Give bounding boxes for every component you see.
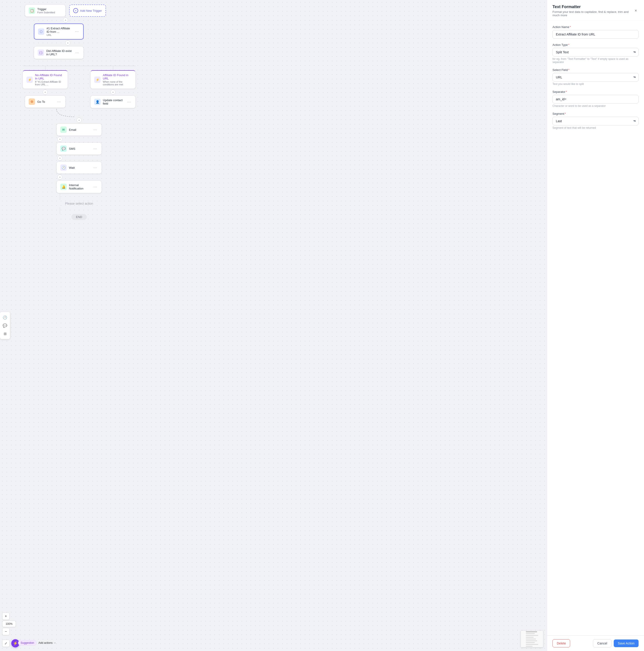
panel-footer: Delete Cancel Save Action: [547, 636, 644, 651]
add-step-btn-left[interactable]: +: [43, 90, 48, 95]
end-node: END: [71, 214, 87, 220]
top-trigger-row: 📋 Trigger Form Submitted + Add New Trigg…: [25, 4, 147, 17]
goto-menu-icon[interactable]: ⋯: [56, 100, 62, 104]
connector-2: +: [57, 39, 79, 46]
separator-input[interactable]: [552, 95, 639, 103]
sms-node[interactable]: 💬 SMS ⋯: [57, 143, 102, 155]
wait-menu-icon[interactable]: ⋯: [92, 165, 98, 170]
notification-icon: 🔔: [60, 184, 67, 190]
email-menu-icon[interactable]: ⋯: [92, 128, 98, 132]
action-type-required: *: [568, 43, 570, 46]
segment-required: *: [565, 112, 566, 116]
save-action-button[interactable]: Save Action: [614, 640, 639, 647]
select-field-select[interactable]: URL: [552, 73, 639, 82]
please-select-wrapper: Please select action: [11, 200, 147, 207]
step1-node[interactable]: ⬡ #1 Extract Affiliate ID from ... URL ⋯: [34, 24, 84, 39]
select-field-label: Select Field *: [552, 68, 639, 72]
sms-icon: 💬: [60, 146, 67, 152]
add-step-btn-email[interactable]: +: [57, 137, 62, 142]
connector-branch-right: +: [102, 89, 124, 96]
action-type-select[interactable]: Split Text: [552, 48, 639, 57]
trigger-icon: 📋: [29, 7, 35, 14]
trigger-node[interactable]: 📋 Trigger Form Submitted: [25, 4, 65, 17]
update-contact-menu-icon[interactable]: ⋯: [126, 100, 132, 104]
panel-header: Text Formatter Format your text data to …: [547, 0, 644, 21]
goto-node[interactable]: ⚙ Go To ⋯: [25, 96, 65, 108]
step1-menu-icon[interactable]: ⋯: [74, 29, 80, 34]
history-icon[interactable]: 🕐: [1, 314, 8, 321]
branch-left-icon: ⚡: [26, 76, 33, 83]
add-step-btn-right[interactable]: +: [111, 90, 116, 95]
step1-text: #1 Extract Affiliate ID from ... URL: [47, 27, 72, 36]
workflow-nodes: 📋 Trigger Form Submitted + Add New Trigg…: [11, 4, 147, 220]
select-field-hint: Text you would like to split: [552, 83, 639, 86]
sidebar-panel: 🕐 💬 ⊞: [0, 312, 10, 339]
zoom-level: 100%: [2, 621, 16, 627]
end-wrapper: END: [11, 214, 147, 220]
segment-select[interactable]: Last: [552, 117, 639, 125]
zoom-out-button[interactable]: −: [2, 628, 9, 635]
email-node[interactable]: ✉ Email ⋯: [57, 124, 102, 136]
email-icon: ✉: [60, 126, 67, 133]
condition-wrapper: { } Did Affiliate ID exist in URL? ⋯: [34, 46, 147, 59]
update-contact-icon: 👤: [94, 99, 100, 105]
step1-icon: ⬡: [38, 28, 44, 35]
segment-hint: Segment of text that will be returned: [552, 126, 639, 129]
separator-hint: Character or word to be used as a separa…: [552, 104, 639, 107]
suggestion-area: Suggestion Add actions →: [18, 640, 56, 646]
wait-icon: 🕐: [60, 164, 67, 171]
cancel-button[interactable]: Cancel: [593, 639, 611, 647]
add-step-btn-wait[interactable]: +: [57, 175, 62, 180]
add-actions-link[interactable]: Add actions →: [38, 641, 56, 645]
branch-left-text: No Affiliate ID Found In URL If "#1 Extr…: [35, 73, 64, 86]
close-button[interactable]: ×: [633, 8, 639, 14]
action-name-required: *: [570, 25, 571, 29]
connector-1: +: [45, 17, 86, 24]
please-select-text: Please select action: [65, 202, 93, 205]
branch-left-node[interactable]: ⚡ No Affiliate ID Found In URL If "#1 Ex…: [23, 70, 68, 89]
chat-icon[interactable]: 💬: [1, 322, 8, 329]
add-trigger-plus-icon: +: [73, 8, 78, 13]
bottom-actions: ⤢ ⚡: [2, 639, 20, 647]
segment-select-wrapper: Last: [552, 117, 639, 125]
action-type-label: Action Type *: [552, 43, 639, 46]
condition-node[interactable]: { } Did Affiliate ID exist in URL? ⋯: [34, 46, 84, 59]
wait-wrapper: 🕐 Wait ⋯: [11, 161, 147, 174]
branch-right-icon: ⚡: [94, 76, 100, 83]
branch-right-node[interactable]: ⚡ Affiliate ID Found in URL When none of…: [90, 70, 135, 89]
add-step-btn-1[interactable]: +: [63, 18, 68, 23]
select-field-required: *: [568, 68, 570, 72]
add-step-btn-merge[interactable]: +: [76, 118, 82, 123]
workflow-canvas: 🕐 💬 ⊞ 📋 Trigger Form Submitted + Add New…: [0, 0, 547, 651]
select-field-select-wrapper: URL: [552, 73, 639, 82]
branch-h-line: [23, 66, 135, 66]
action-type-select-wrapper: Split Text: [552, 48, 639, 57]
condition-text: Did Affiliate ID exist in URL?: [46, 49, 72, 56]
sms-menu-icon[interactable]: ⋯: [92, 147, 98, 151]
right-panel: Text Formatter Format your text data to …: [547, 0, 644, 651]
zoom-in-button[interactable]: +: [2, 613, 9, 620]
panel-title: Text Formatter: [552, 4, 633, 9]
suggestion-tag[interactable]: Suggestion: [18, 640, 37, 646]
add-step-btn-2[interactable]: +: [65, 40, 70, 45]
condition-menu-icon[interactable]: ⋯: [74, 51, 80, 55]
update-contact-node[interactable]: 👤 Update contact field ⋯: [90, 96, 135, 108]
expand-button[interactable]: ⤢: [2, 640, 9, 647]
delete-button[interactable]: Delete: [552, 639, 570, 647]
branch-right-col: ⚡ Affiliate ID Found in URL When none of…: [79, 59, 147, 117]
add-trigger-node[interactable]: + Add New Trigger: [69, 4, 106, 17]
condition-icon: { }: [38, 50, 44, 56]
internal-notification-node[interactable]: 🔔 Internal Notification ⋯: [57, 181, 102, 193]
branch-left-vline: [45, 66, 45, 70]
add-step-btn-sms[interactable]: +: [57, 156, 62, 161]
wait-node[interactable]: 🕐 Wait ⋯: [57, 161, 102, 174]
action-name-label: Action Name *: [552, 25, 639, 29]
layout-icon[interactable]: ⊞: [1, 330, 8, 337]
notification-menu-icon[interactable]: ⋯: [92, 185, 98, 189]
connector-merge: +: [68, 117, 90, 124]
branch-left-col: ⚡ No Affiliate ID Found In URL If "#1 Ex…: [11, 59, 79, 117]
segment-label: Segment *: [552, 112, 639, 116]
branch-right-vline: [113, 66, 113, 70]
action-name-input[interactable]: [552, 30, 639, 39]
segment-group: Segment * Last Segment of text that will…: [552, 112, 639, 129]
